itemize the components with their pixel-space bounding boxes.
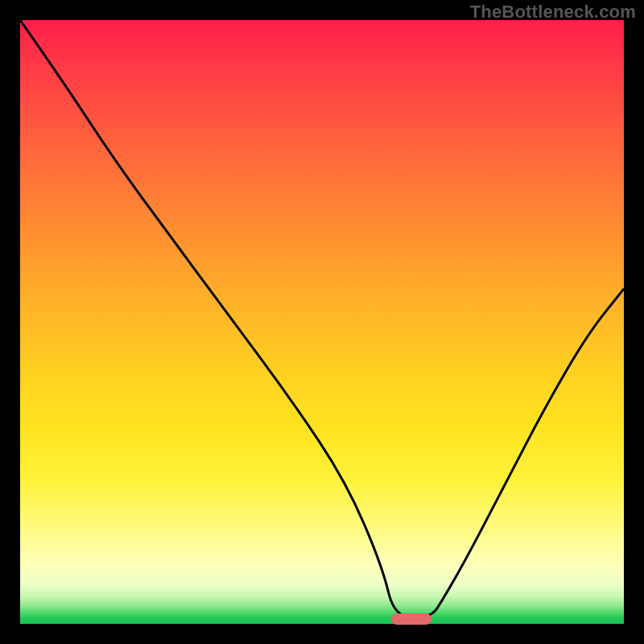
chart-frame: TheBottleneck.com xyxy=(0,0,644,644)
plot-area xyxy=(20,20,624,624)
optimal-marker xyxy=(391,613,431,625)
watermark-text: TheBottleneck.com xyxy=(470,2,636,23)
gradient-background xyxy=(20,20,624,624)
